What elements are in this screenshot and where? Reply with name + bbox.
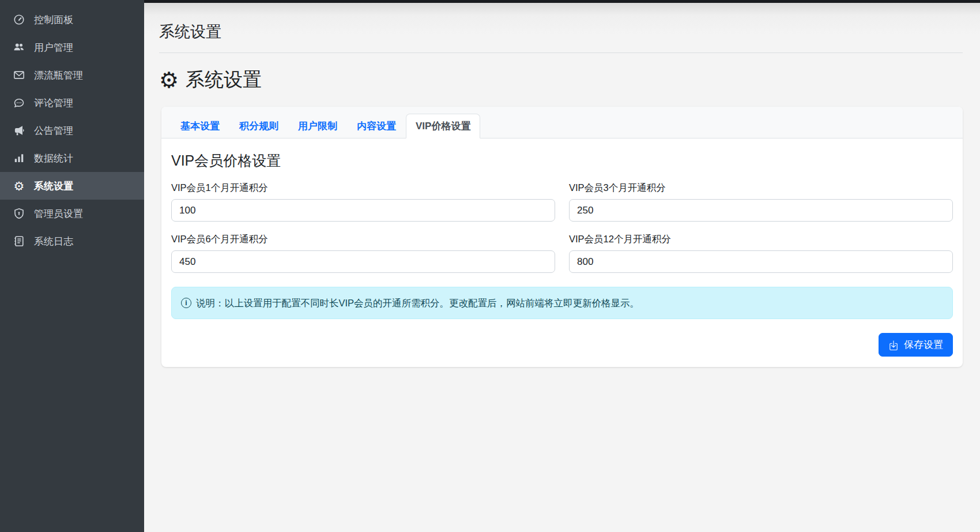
sidebar-item-statistics[interactable]: 数据统计: [0, 144, 144, 172]
settings-card: 基本设置 积分规则 用户限制 内容设置 VIP价格设置 VIP会员价格设置 VI…: [161, 107, 963, 367]
sidebar-item-logs[interactable]: 系统日志: [0, 227, 144, 255]
field-vip-3-month: VIP会员3个月开通积分: [569, 182, 953, 222]
info-circle-icon: i: [181, 298, 191, 308]
vip-price-form: VIP会员1个月开通积分 VIP会员3个月开通积分 VIP会员6个月开通积分 V…: [171, 182, 953, 273]
save-settings-button[interactable]: 保存设置: [879, 333, 953, 357]
tab-content-settings[interactable]: 内容设置: [347, 114, 406, 138]
main-content: 系统设置 ⚙ 系统设置 基本设置 积分规则 用户限制 内容设置 VIP价格设置 …: [144, 0, 980, 532]
gear-icon: ⚙: [13, 179, 25, 192]
sidebar-item-bottles[interactable]: 漂流瓶管理: [0, 61, 144, 89]
info-alert-text: 说明：以上设置用于配置不同时长VIP会员的开通所需积分。更改配置后，网站前端将立…: [196, 297, 639, 309]
sidebar-item-comments[interactable]: 评论管理: [0, 89, 144, 117]
sidebar-item-label: 评论管理: [34, 96, 73, 110]
field-vip-12-month: VIP会员12个月开通积分: [569, 233, 953, 273]
vip-1-month-label: VIP会员1个月开通积分: [171, 182, 555, 194]
journal-icon: [13, 235, 25, 248]
dashboard-icon: [13, 13, 25, 26]
comment-icon: [13, 96, 25, 109]
tab-points-rules[interactable]: 积分规则: [229, 114, 288, 138]
bar-chart-icon: [13, 152, 25, 164]
section-title: VIP会员价格设置: [171, 151, 953, 170]
sidebar-item-label: 控制面板: [34, 13, 73, 27]
header-divider: [159, 53, 963, 53]
shield-icon: [13, 207, 25, 220]
vip-3-month-label: VIP会员3个月开通积分: [569, 182, 953, 194]
field-vip-1-month: VIP会员1个月开通积分: [171, 182, 555, 222]
tab-vip-price-settings[interactable]: VIP价格设置: [406, 114, 480, 138]
card-title: 系统设置: [186, 67, 262, 93]
sidebar-item-label: 系统日志: [34, 235, 73, 248]
sidebar-item-label: 用户管理: [34, 41, 73, 54]
sidebar-item-label: 漂流瓶管理: [34, 69, 83, 82]
sidebar-item-settings[interactable]: ⚙ 系统设置: [0, 172, 144, 200]
sidebar-item-label: 公告管理: [34, 124, 73, 137]
vip-3-month-input[interactable]: [569, 199, 953, 222]
users-icon: [13, 41, 25, 54]
sidebar-item-label: 系统设置: [34, 179, 73, 193]
sidebar-item-admins[interactable]: 管理员设置: [0, 200, 144, 227]
info-alert: i 说明：以上设置用于配置不同时长VIP会员的开通所需积分。更改配置后，网站前端…: [171, 287, 953, 319]
megaphone-icon: [13, 124, 25, 137]
tab-user-limits[interactable]: 用户限制: [288, 114, 347, 138]
vip-12-month-label: VIP会员12个月开通积分: [569, 233, 953, 246]
sidebar-item-dashboard[interactable]: 控制面板: [0, 6, 144, 33]
field-vip-6-month: VIP会员6个月开通积分: [171, 233, 555, 273]
sidebar-item-label: 数据统计: [34, 152, 73, 165]
box-arrow-in-down-icon: [888, 340, 899, 350]
envelope-icon: [13, 69, 25, 81]
sidebar-item-users[interactable]: 用户管理: [0, 33, 144, 61]
vip-1-month-input[interactable]: [171, 199, 555, 222]
settings-tabs: 基本设置 积分规则 用户限制 内容设置 VIP价格设置: [161, 107, 963, 138]
card-title-row: ⚙ 系统设置: [159, 67, 963, 93]
sidebar-item-label: 管理员设置: [34, 207, 83, 220]
vip-12-month-input[interactable]: [569, 250, 953, 273]
sidebar-item-announcements[interactable]: 公告管理: [0, 117, 144, 144]
sidebar: 控制面板 用户管理 漂流瓶管理: [0, 0, 144, 532]
vip-6-month-label: VIP会员6个月开通积分: [171, 233, 555, 246]
tab-basic-settings[interactable]: 基本设置: [171, 114, 229, 138]
gear-icon: ⚙: [159, 69, 179, 91]
vip-6-month-input[interactable]: [171, 250, 555, 273]
save-settings-label: 保存设置: [904, 338, 943, 351]
page-title: 系统设置: [159, 21, 963, 42]
